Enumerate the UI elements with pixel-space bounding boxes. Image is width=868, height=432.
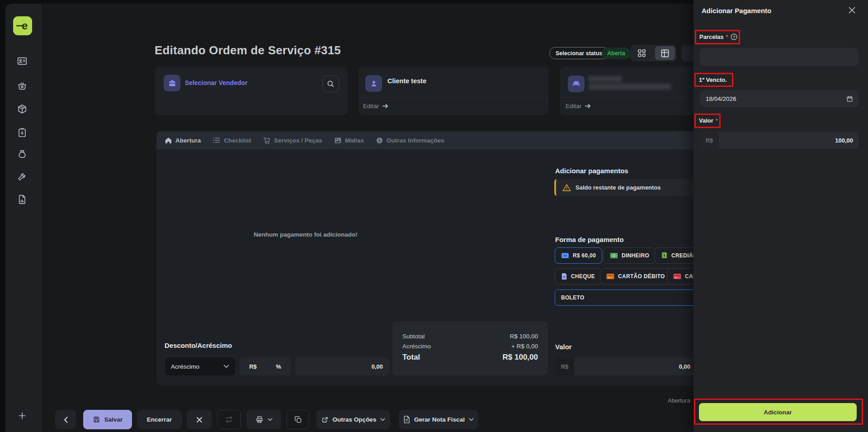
tab-abertura[interactable]: Abertura: [165, 137, 201, 144]
panel-valor-value: 100,00: [719, 132, 859, 149]
payment-method-dinheiro[interactable]: DINHEIRO: [604, 247, 656, 264]
payment-method-heading: Forma de pagamento: [555, 236, 624, 243]
panel-valor-input[interactable]: R$ 100,00: [700, 132, 859, 149]
chevron-down-icon: [268, 418, 273, 421]
printer-icon: [255, 416, 264, 423]
warning-triangle-icon: [562, 184, 571, 191]
receipt-green-icon: $: [661, 252, 668, 259]
basket-icon: [17, 81, 28, 91]
sidebar-item-products[interactable]: [17, 104, 28, 114]
sidebar-item-finance[interactable]: [17, 149, 28, 160]
discount-heading: Desconto/Acréscimo: [165, 342, 232, 349]
vendor-card: Selecionar Vendedor: [155, 66, 348, 115]
banknote-blue-icon: [561, 252, 569, 259]
report-file-icon: [17, 194, 28, 205]
image-icon: [335, 137, 341, 144]
save-floppy-icon: [93, 416, 100, 423]
payment-method-saldo[interactable]: R$ 60,00: [555, 247, 602, 264]
status-select-button[interactable]: Selecionar status: [549, 47, 609, 59]
external-link-icon: [321, 416, 329, 423]
client-card: Cliente teste Editar: [359, 66, 548, 115]
search-icon: [327, 80, 335, 88]
save-button[interactable]: Salvar: [83, 410, 132, 429]
tab-midias[interactable]: Mídias: [335, 137, 364, 144]
panel-title: Adicionar Pagamento: [702, 7, 771, 14]
plus-icon: [17, 410, 28, 421]
info-icon: [376, 137, 383, 144]
svg-text:$: $: [663, 253, 665, 257]
status-badge: Aberta: [602, 47, 631, 59]
repeat-icon: [225, 416, 233, 423]
contact-card-icon: [17, 56, 28, 66]
vendor-select-link[interactable]: Selecionar Vendedor: [185, 79, 248, 86]
subtotal-row: Subtotal R$ 100,00: [402, 333, 538, 340]
arrow-right-icon: [585, 103, 591, 109]
client-edit-link[interactable]: Editar: [363, 103, 389, 109]
add-payments-heading: Adicionar pagamentos: [555, 167, 628, 175]
vehicle-card: Editar: [560, 66, 705, 115]
vendor-icon-badge: [164, 75, 180, 91]
sidebar-item-services[interactable]: [17, 171, 28, 182]
valor-input[interactable]: R$ 0,00: [555, 357, 696, 375]
client-icon-badge: [365, 75, 382, 92]
briefcase-icon: [168, 79, 177, 88]
banknote-green-icon: [610, 252, 618, 259]
annotation-box-parcelas: [695, 30, 740, 44]
table-view-icon: [660, 49, 670, 58]
sidebar-item-budgets[interactable]: $: [17, 127, 28, 138]
cart-icon: [263, 137, 270, 144]
user-icon: [369, 79, 378, 88]
payment-method-boleto[interactable]: BOLETO: [555, 290, 717, 306]
back-button[interactable]: [55, 410, 76, 429]
grid-view-icon: [637, 49, 646, 57]
app-logo[interactable]: e: [13, 16, 32, 35]
sidebar: e $: [5, 4, 41, 432]
payment-method-cheque[interactable]: CHEQUE: [555, 268, 601, 285]
cancel-button[interactable]: [187, 410, 212, 429]
chevron-down-icon: [223, 365, 229, 368]
vehicle-edit-link[interactable]: Editar: [566, 103, 591, 109]
currency-option[interactable]: R$: [249, 363, 257, 370]
discount-amount-input[interactable]: 0,00: [295, 357, 389, 375]
total-row: Total R$ 100,00: [402, 353, 538, 362]
arrow-right-icon: [382, 103, 389, 109]
copy-icon: [294, 416, 302, 423]
chevron-left-icon: [64, 417, 68, 423]
recurrence-button[interactable]: [217, 410, 241, 429]
close-icon: [848, 6, 856, 14]
discount-type-select[interactable]: Acréscimo: [165, 357, 235, 375]
other-options-button[interactable]: Outras Opções: [316, 410, 390, 429]
vehicle-name-redacted: [589, 76, 622, 82]
tab-outras-informacoes[interactable]: Outras Informações: [376, 137, 444, 144]
percent-option[interactable]: %: [276, 363, 281, 370]
cheque-icon: [561, 273, 567, 280]
table-view-button[interactable]: [655, 46, 675, 60]
grid-view-button[interactable]: [632, 46, 652, 60]
sidebar-item-sales[interactable]: [17, 81, 28, 91]
payment-method-cartao-debito[interactable]: CARTÃO DÉBITO: [600, 268, 671, 285]
chevron-down-icon: [469, 418, 474, 421]
duplicate-button[interactable]: [287, 410, 309, 429]
sidebar-item-reports[interactable]: [17, 194, 28, 205]
generate-invoice-button[interactable]: Gerar Nota Fiscal: [399, 410, 478, 429]
card-red-icon: [673, 273, 681, 280]
logo-e-icon: e: [15, 18, 30, 33]
package-icon: [17, 104, 28, 114]
status-select-label: Selecionar status: [556, 50, 603, 57]
vencto-date-input[interactable]: 18/04/2026: [700, 90, 859, 107]
close-order-button[interactable]: Encerrar: [137, 410, 182, 429]
money-bag-icon: [17, 149, 28, 160]
tab-servicos-pecas[interactable]: Serviços / Peças: [263, 137, 322, 144]
parcelas-input[interactable]: [700, 48, 859, 66]
client-card-divider: [359, 97, 548, 98]
sidebar-add-button[interactable]: [17, 410, 28, 421]
print-button[interactable]: [246, 410, 281, 429]
vehicle-card-divider: [560, 97, 705, 98]
discount-unit-toggle: R$ %: [240, 357, 291, 375]
sidebar-item-contacts[interactable]: [17, 56, 28, 66]
panel-close-button[interactable]: [848, 6, 856, 16]
tab-checklist[interactable]: Checklist: [213, 137, 251, 144]
client-name: Cliente teste: [387, 77, 426, 85]
vendor-search-button[interactable]: [322, 76, 339, 92]
add-payment-submit-button[interactable]: Adicionar: [699, 403, 857, 421]
